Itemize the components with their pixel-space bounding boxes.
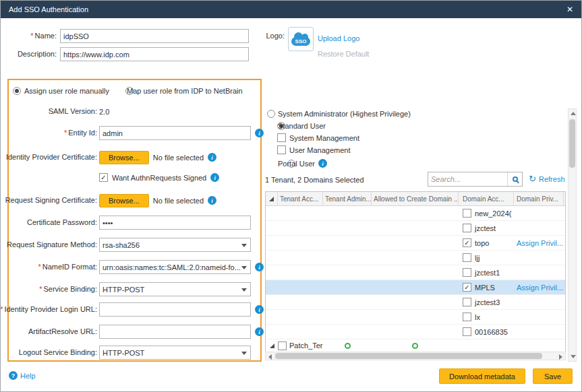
- domain-name: jzctest: [475, 224, 496, 232]
- scroll-left-icon[interactable]: [268, 354, 272, 360]
- artifact-url-input[interactable]: [99, 325, 251, 339]
- table-row[interactable]: ✓topoAssign Privil...: [266, 236, 565, 251]
- info-icon[interactable]: i: [210, 173, 219, 182]
- info-icon[interactable]: i: [208, 153, 216, 162]
- assign-privileges-link[interactable]: Assign Privil...: [517, 284, 563, 292]
- user-management-label: User Management: [289, 145, 351, 156]
- entity-id-row: *Entity Id: i: [9, 126, 260, 140]
- vertical-scrollbar-thumb[interactable]: [569, 119, 575, 168]
- saml-version-label: SAML Version:: [49, 104, 97, 119]
- header-domain-privilege[interactable]: Domain Priv...: [514, 192, 564, 205]
- certificate-password-label: Certificate Password:: [27, 216, 97, 230]
- system-admin-radio[interactable]: [267, 110, 275, 118]
- expand-icon: [269, 197, 274, 201]
- domain-checkbox[interactable]: [463, 224, 471, 232]
- domain-name: jzctest3: [475, 298, 500, 306]
- table-row[interactable]: jzctest3: [266, 295, 565, 310]
- scroll-right-icon[interactable]: [559, 354, 562, 360]
- required-mark: *: [30, 32, 33, 40]
- name-input[interactable]: [60, 29, 249, 43]
- idp-certificate-label: Identity Provider Certificate:: [6, 150, 97, 164]
- domain-checkbox[interactable]: [463, 298, 471, 306]
- required-mark: *: [0, 305, 3, 313]
- domain-name: 00166835: [475, 328, 508, 336]
- table-row[interactable]: new_2024(: [266, 206, 565, 221]
- user-management-checkbox[interactable]: [277, 145, 286, 154]
- tenant-checkbox[interactable]: [278, 341, 287, 350]
- refresh-icon[interactable]: ↻: [529, 174, 536, 183]
- horizontal-scrollbar-thumb[interactable]: [275, 353, 542, 359]
- info-icon[interactable]: i: [208, 196, 216, 205]
- vertical-scrollbar[interactable]: [568, 108, 577, 362]
- domain-checkbox[interactable]: [463, 313, 471, 321]
- certificate-password-row: Certificate Password:: [9, 216, 260, 230]
- domain-checkbox[interactable]: [463, 253, 471, 262]
- scroll-up-icon[interactable]: [571, 112, 576, 115]
- upload-logo-link[interactable]: Upload Logo: [318, 32, 359, 46]
- entity-id-label: *Entity Id:: [64, 126, 97, 140]
- info-icon[interactable]: i: [255, 327, 264, 336]
- chevron-down-icon: [241, 244, 247, 247]
- system-management-checkbox[interactable]: [277, 133, 286, 142]
- idp-certificate-browse-button[interactable]: Browse...: [99, 151, 149, 164]
- info-icon[interactable]: i: [318, 159, 327, 168]
- header-tenant-access[interactable]: Tenant Acc...: [278, 192, 323, 205]
- nameid-format-row: *NameID Format: urn:oasis:names:tc:SAML:…: [9, 260, 260, 274]
- want-authn-row: ✓ Want AuthnRequests Signed i: [9, 170, 260, 185]
- assign-role-manually-radio[interactable]: [13, 87, 21, 95]
- description-input[interactable]: [60, 47, 249, 61]
- table-header: Tenant Acc... Tenant Admin... Allowed to…: [266, 192, 565, 206]
- info-icon[interactable]: i: [255, 129, 264, 137]
- header-allowed-create-domain[interactable]: Allowed to Create Domain ...: [372, 192, 459, 205]
- header-tenant-admin[interactable]: Tenant Admin...: [323, 192, 372, 205]
- help-icon[interactable]: ?: [9, 371, 18, 380]
- logout-binding-select[interactable]: HTTP-POST: [99, 346, 251, 360]
- table-row[interactable]: lx: [266, 310, 565, 325]
- signature-method-select[interactable]: rsa-sha256: [99, 238, 251, 252]
- refresh-link[interactable]: Refresh: [539, 174, 565, 185]
- assign-privileges-link[interactable]: Assign Privil...: [517, 239, 563, 247]
- header-expander[interactable]: [266, 192, 278, 205]
- saml-version-value: 2.0: [99, 108, 109, 116]
- sso-settings-panel: Assign user role manually Map user role …: [7, 79, 262, 362]
- header-domain-access[interactable]: Domain Acc...: [459, 192, 514, 205]
- tenant-row[interactable]: Patch_Ter: [266, 339, 565, 352]
- expand-icon[interactable]: [270, 344, 274, 348]
- signing-certificate-browse-button[interactable]: Browse...: [99, 194, 149, 207]
- service-binding-select[interactable]: HTTP-POST: [99, 282, 251, 296]
- table-row[interactable]: 00166835: [266, 325, 565, 339]
- save-button[interactable]: Save: [533, 368, 573, 384]
- domain-name: ljj: [475, 254, 479, 262]
- certificate-password-input[interactable]: [99, 216, 251, 230]
- table-row[interactable]: jzctest1: [266, 265, 565, 280]
- download-metadata-button[interactable]: Download metadata: [439, 368, 525, 384]
- scroll-down-icon[interactable]: [571, 355, 576, 358]
- assign-role-manually-label: Assign user role manually: [24, 84, 109, 98]
- table-row[interactable]: ljj: [266, 251, 565, 265]
- add-sso-dialog: Add SSO Authentication ✕ *Name: Descript…: [0, 0, 582, 392]
- nameid-format-select[interactable]: urn:oasis:names:tc:SAML:2.0:nameid-fo...: [99, 260, 251, 274]
- entity-id-input[interactable]: [99, 126, 251, 140]
- status-ring-icon: [412, 343, 418, 349]
- logo-label: Logo:: [266, 29, 285, 43]
- saml-version-row: SAML Version: 2.0: [9, 104, 260, 119]
- table-row[interactable]: ✓MPLSAssign Privil...: [266, 280, 565, 295]
- close-icon[interactable]: ✕: [566, 5, 573, 13]
- info-icon[interactable]: i: [255, 263, 264, 271]
- domain-checkbox[interactable]: [463, 209, 471, 218]
- table-row[interactable]: jzctest: [266, 221, 565, 236]
- system-management-label: System Management: [289, 133, 359, 144]
- signing-certificate-label: Request Signing Certificate:: [5, 193, 97, 207]
- description-label: Description:: [18, 47, 57, 61]
- domain-checkbox[interactable]: [463, 327, 471, 336]
- horizontal-scrollbar[interactable]: [265, 352, 566, 360]
- restore-default-link[interactable]: Restore Default: [318, 47, 369, 61]
- info-icon[interactable]: i: [255, 305, 264, 314]
- want-authn-checkbox[interactable]: ✓: [99, 173, 108, 182]
- help-link[interactable]: Help: [20, 372, 36, 380]
- domain-checkbox[interactable]: ✓: [463, 238, 471, 247]
- idp-login-url-input[interactable]: [99, 302, 251, 317]
- domain-checkbox[interactable]: [463, 268, 471, 277]
- search-icon[interactable]: [507, 172, 522, 186]
- domain-checkbox[interactable]: ✓: [463, 283, 471, 292]
